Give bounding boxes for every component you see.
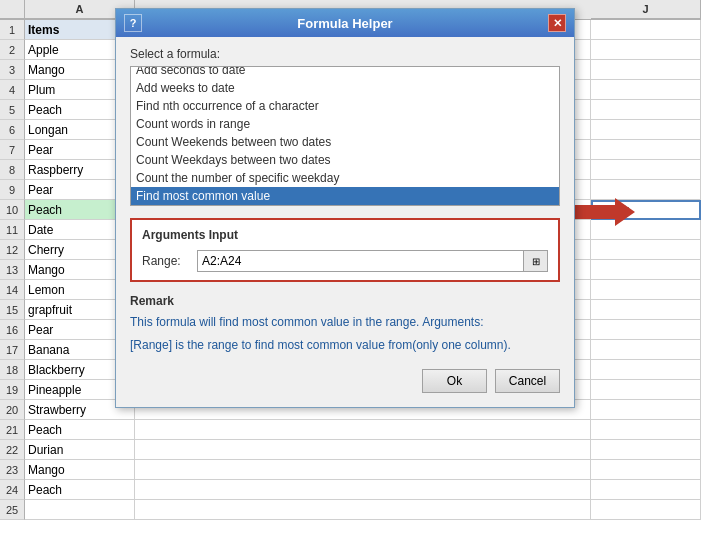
row-num-8: 8 bbox=[0, 160, 25, 180]
dialog-body: Select a formula: Add minutes to dateAdd… bbox=[116, 37, 574, 407]
formula-item-6[interactable]: Count Weekdays between two dates bbox=[131, 151, 559, 169]
cell-j22 bbox=[591, 440, 701, 460]
cell-a24[interactable]: Peach bbox=[25, 480, 135, 500]
cell-a25[interactable] bbox=[25, 500, 135, 520]
cell-j17 bbox=[591, 340, 701, 360]
help-button[interactable]: ? bbox=[124, 14, 142, 32]
row-num-7: 7 bbox=[0, 140, 25, 160]
remark-section: Remark This formula will find most commo… bbox=[130, 294, 560, 355]
formula-item-5[interactable]: Count Weekends between two dates bbox=[131, 133, 559, 151]
row-num-9: 9 bbox=[0, 180, 25, 200]
remark-line1: This formula will find most common value… bbox=[130, 313, 560, 332]
cell-j19 bbox=[591, 380, 701, 400]
cell-j9 bbox=[591, 180, 701, 200]
col-j-cells: Peach bbox=[591, 20, 701, 520]
range-input-wrapper: ⊞ bbox=[197, 250, 548, 272]
formula-item-4[interactable]: Count words in range bbox=[131, 115, 559, 133]
cell-a22[interactable]: Durian bbox=[25, 440, 135, 460]
remark-line2: [Range] is the range to find most common… bbox=[130, 336, 560, 355]
range-label: Range: bbox=[142, 254, 187, 268]
select-formula-label: Select a formula: bbox=[130, 47, 560, 61]
cell-j7 bbox=[591, 140, 701, 160]
row-numbers: 1234567891011121314151617181920212223242… bbox=[0, 20, 25, 520]
cell-j5 bbox=[591, 100, 701, 120]
dialog-title: Formula Helper bbox=[142, 16, 548, 31]
cell-j3 bbox=[591, 60, 701, 80]
dialog-titlebar: ? Formula Helper ✕ bbox=[116, 9, 574, 37]
cell-j18 bbox=[591, 360, 701, 380]
middle-cell-25 bbox=[135, 500, 591, 520]
arguments-title: Arguments Input bbox=[142, 228, 548, 242]
row-num-20: 20 bbox=[0, 400, 25, 420]
row-num-19: 19 bbox=[0, 380, 25, 400]
row-num-4: 4 bbox=[0, 80, 25, 100]
cell-j8 bbox=[591, 160, 701, 180]
corner-header bbox=[0, 0, 25, 19]
cell-j2 bbox=[591, 40, 701, 60]
dialog-controls: ✕ bbox=[548, 14, 566, 32]
cancel-button[interactable]: Cancel bbox=[495, 369, 560, 393]
row-num-2: 2 bbox=[0, 40, 25, 60]
middle-cell-23 bbox=[135, 460, 591, 480]
row-num-21: 21 bbox=[0, 420, 25, 440]
argument-row: Range: ⊞ bbox=[142, 250, 548, 272]
formula-item-1[interactable]: Add seconds to date bbox=[131, 66, 559, 79]
row-num-11: 11 bbox=[0, 220, 25, 240]
cell-j23 bbox=[591, 460, 701, 480]
row-num-25: 25 bbox=[0, 500, 25, 520]
cell-j20 bbox=[591, 400, 701, 420]
row-num-6: 6 bbox=[0, 120, 25, 140]
close-button[interactable]: ✕ bbox=[548, 14, 566, 32]
cell-j4 bbox=[591, 80, 701, 100]
formula-item-2[interactable]: Add weeks to date bbox=[131, 79, 559, 97]
dialog-footer: Ok Cancel bbox=[130, 369, 560, 397]
row-num-15: 15 bbox=[0, 300, 25, 320]
row-num-24: 24 bbox=[0, 480, 25, 500]
cell-j13 bbox=[591, 260, 701, 280]
col-header-j: J bbox=[591, 0, 701, 19]
row-num-23: 23 bbox=[0, 460, 25, 480]
cell-j11 bbox=[591, 220, 701, 240]
cell-j15 bbox=[591, 300, 701, 320]
row-num-1: 1 bbox=[0, 20, 25, 40]
row-num-10: 10 bbox=[0, 200, 25, 220]
arguments-input-box: Arguments Input Range: ⊞ bbox=[130, 218, 560, 282]
formula-helper-dialog: ? Formula Helper ✕ Select a formula: Add… bbox=[115, 8, 575, 408]
range-input[interactable] bbox=[198, 252, 523, 270]
cell-j25 bbox=[591, 500, 701, 520]
row-num-18: 18 bbox=[0, 360, 25, 380]
middle-cell-21 bbox=[135, 420, 591, 440]
formula-item-3[interactable]: Find nth occurrence of a character bbox=[131, 97, 559, 115]
row-num-22: 22 bbox=[0, 440, 25, 460]
range-select-button[interactable]: ⊞ bbox=[523, 251, 547, 271]
middle-cell-22 bbox=[135, 440, 591, 460]
cell-j16 bbox=[591, 320, 701, 340]
cell-j12 bbox=[591, 240, 701, 260]
cell-a21[interactable]: Peach bbox=[25, 420, 135, 440]
remark-title: Remark bbox=[130, 294, 560, 308]
row-num-3: 3 bbox=[0, 60, 25, 80]
middle-cell-24 bbox=[135, 480, 591, 500]
cell-j21 bbox=[591, 420, 701, 440]
row-num-5: 5 bbox=[0, 100, 25, 120]
cell-j14 bbox=[591, 280, 701, 300]
cell-j24 bbox=[591, 480, 701, 500]
cell-j1 bbox=[591, 20, 701, 40]
row-num-16: 16 bbox=[0, 320, 25, 340]
row-num-12: 12 bbox=[0, 240, 25, 260]
row-num-14: 14 bbox=[0, 280, 25, 300]
formula-item-8[interactable]: Find most common value bbox=[131, 187, 559, 205]
row-num-13: 13 bbox=[0, 260, 25, 280]
formula-list[interactable]: Add minutes to dateAdd seconds to dateAd… bbox=[130, 66, 560, 206]
cell-a23[interactable]: Mango bbox=[25, 460, 135, 480]
formula-item-7[interactable]: Count the number of specific weekday bbox=[131, 169, 559, 187]
cell-j10[interactable]: Peach bbox=[591, 200, 701, 220]
cell-j6 bbox=[591, 120, 701, 140]
ok-button[interactable]: Ok bbox=[422, 369, 487, 393]
row-num-17: 17 bbox=[0, 340, 25, 360]
